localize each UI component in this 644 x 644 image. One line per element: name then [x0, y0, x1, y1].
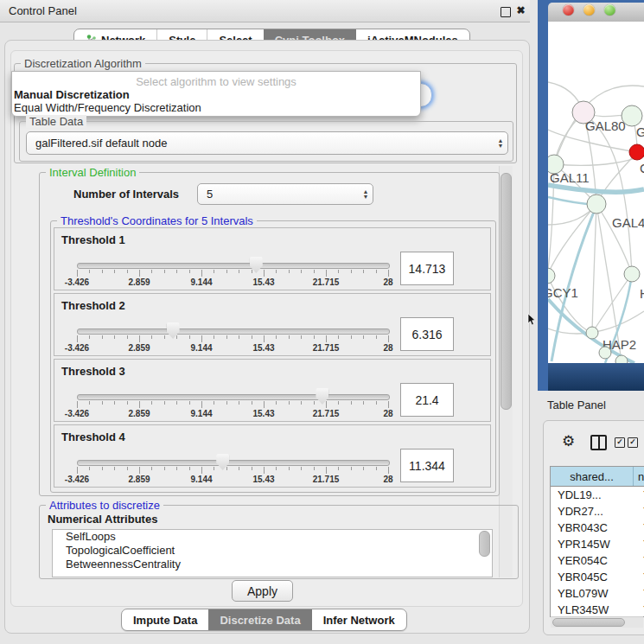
network-node-hap2[interactable] — [586, 327, 598, 339]
table-row[interactable]: YLR345WYLR3 — [551, 602, 644, 617]
cell-shared-name: YDL19... — [551, 487, 641, 503]
tick-mark — [176, 335, 177, 339]
numerical-attributes-list[interactable]: SelfLoopsTopologicalCoefficientBetweenne… — [52, 529, 493, 577]
algorithm-option[interactable]: Equal Width/Frequency Discretization — [14, 101, 201, 114]
table-row[interactable]: YBR043CYBR0 — [551, 520, 644, 536]
tick-mark — [127, 335, 128, 339]
threshold-slider-track[interactable] — [77, 394, 390, 400]
tick-mark — [201, 335, 202, 342]
threshold-panel-3: Threshold 3-3.4262.8599.14415.4321.71528… — [54, 359, 491, 422]
cell-shared-name: YLR345W — [551, 602, 641, 617]
tick-mark — [89, 335, 90, 339]
split-pane-icon[interactable] — [590, 435, 607, 450]
threshold-value-field[interactable]: 14.713 — [400, 252, 454, 285]
tick-label: 9.144 — [190, 475, 212, 484]
network-node-ga[interactable] — [622, 105, 642, 126]
threshold-panel-4: Threshold 4-3.4262.8599.14415.4321.71528… — [54, 424, 491, 488]
algorithm-option[interactable]: Manual Discretization — [14, 88, 130, 101]
table-row[interactable]: YPR145WYPR1 — [551, 536, 644, 552]
tick-mark — [164, 467, 165, 470]
tick-mark — [127, 270, 128, 273]
node-attribute-table[interactable]: shared... na YDL19...YDL1YDR27...YDR2YBR… — [550, 466, 644, 617]
threshold-slider-track[interactable] — [77, 263, 390, 269]
network-window-titlebar[interactable] — [548, 3, 644, 22]
network-node-h[interactable] — [624, 266, 640, 282]
table-row[interactable]: YDR27...YDR2 — [551, 503, 644, 520]
table-data-combobox[interactable]: galFiltered.sif default node ▲▼ — [26, 131, 508, 155]
tick-mark — [151, 467, 152, 470]
tick-mark — [114, 401, 115, 405]
tick-mark — [102, 467, 103, 470]
table-header-shared[interactable]: shared... — [551, 467, 634, 486]
tick-mark — [214, 467, 214, 470]
network-node-gal4[interactable] — [587, 194, 606, 214]
checkbox-checked-icon[interactable]: ✓ — [615, 437, 625, 448]
table-hscrollbar-thumb[interactable] — [552, 618, 625, 627]
algorithm-popup-placeholder: Select algorithm to view settings — [12, 75, 420, 88]
network-node-gcy1[interactable] — [548, 268, 555, 284]
tick-mark — [252, 335, 252, 339]
tick-mark — [376, 467, 377, 470]
threshold-slider-track[interactable] — [77, 460, 390, 466]
slider-tick-labels: -3.4262.8599.14415.4321.71528 — [77, 343, 388, 354]
table-row[interactable]: YDL19...YDL1 — [551, 487, 644, 503]
table-row[interactable]: YER054CYER0 — [551, 552, 644, 569]
threshold-panel-2: Threshold 2-3.4262.8599.14415.4321.71528… — [54, 293, 491, 356]
tab-bottom-impute-data[interactable]: Impute Data — [122, 609, 208, 630]
threshold-slider-track[interactable] — [77, 328, 390, 335]
table-header-name[interactable]: na — [634, 467, 644, 486]
tick-mark — [264, 401, 265, 408]
float-window-icon[interactable] — [501, 7, 511, 17]
close-icon[interactable]: ✖ — [515, 5, 526, 16]
tab-bottom-infer-network[interactable]: Infer Network — [312, 609, 406, 630]
checkbox-checked-icon-2[interactable]: ✓ — [628, 437, 638, 448]
traffic-light-minimize-icon[interactable] — [583, 4, 595, 16]
attribute-list-item[interactable]: BetweennessCentrality — [53, 558, 492, 571]
tick-mark — [89, 401, 90, 405]
table-body: YDL19...YDL1YDR27...YDR2YBR043CYBR0YPR14… — [551, 487, 644, 617]
table-row[interactable]: YBL079WYBL0 — [551, 585, 644, 602]
tick-mark — [164, 401, 165, 405]
tick-mark — [139, 335, 140, 342]
network-node-c[interactable] — [629, 144, 644, 160]
tick-label: 28 — [383, 343, 392, 353]
traffic-light-zoom-icon[interactable] — [604, 4, 615, 16]
tab-label: Infer Network — [323, 614, 395, 627]
tick-label: 15.43 — [252, 409, 274, 418]
attribute-list-item[interactable]: TopologicalCoefficient — [53, 544, 492, 558]
threshold-value-field[interactable]: 6.316 — [400, 317, 454, 351]
tick-mark — [276, 335, 277, 339]
table-data-label: Table Data — [26, 115, 86, 128]
threshold-value-field[interactable]: 11.344 — [400, 449, 454, 482]
tick-label: 2.859 — [128, 343, 150, 353]
tick-label: 28 — [383, 277, 392, 287]
tick-label: 15.43 — [252, 277, 274, 287]
gear-icon[interactable]: ⚙ — [562, 432, 575, 450]
tick-mark — [151, 335, 152, 339]
tick-mark — [264, 467, 265, 474]
node-label: GAL4 — [612, 215, 644, 230]
tick-label: 28 — [383, 475, 392, 484]
table-row[interactable]: YBR045CYBR0 — [551, 569, 644, 585]
network-node[interactable] — [615, 355, 628, 363]
tick-label: -3.426 — [65, 277, 89, 287]
attribute-list-item[interactable]: SelfLoops — [53, 530, 492, 544]
attributes-scrollbar-thumb[interactable] — [479, 531, 490, 557]
tick-mark — [388, 401, 389, 408]
network-node[interactable] — [599, 347, 611, 359]
number-of-intervals-combobox[interactable]: 5 ▲▼ — [197, 183, 373, 205]
apply-button[interactable]: Apply — [232, 580, 293, 602]
number-of-intervals-label: Number of Intervals — [73, 188, 179, 201]
discretization-algorithm-label: Discretization Algorithm — [21, 57, 145, 70]
traffic-light-close-icon[interactable] — [563, 4, 574, 16]
tick-mark — [151, 401, 152, 405]
tick-mark — [252, 467, 252, 470]
threshold-value-field[interactable]: 21.4 — [400, 383, 454, 417]
tick-mark — [363, 467, 364, 470]
tick-label: 9.144 — [190, 343, 212, 353]
tick-mark — [326, 335, 327, 342]
tick-mark — [164, 335, 165, 339]
tab-bottom-discretize-data[interactable]: Discretize Data — [208, 609, 311, 630]
tick-mark — [252, 401, 252, 405]
settings-scrollbar-thumb[interactable] — [501, 173, 512, 410]
